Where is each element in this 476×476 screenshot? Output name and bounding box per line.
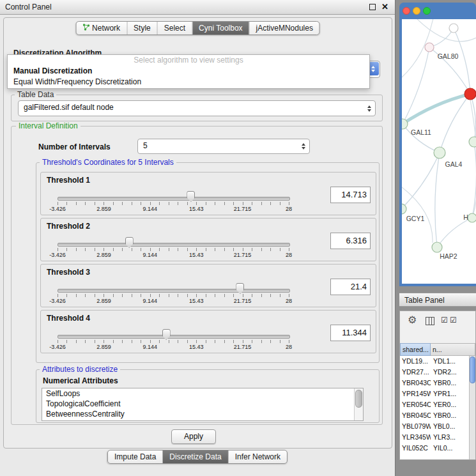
menu-item-manual-discretization[interactable]: Manual Discretization <box>8 66 369 77</box>
column-header-shared-name[interactable]: shared... <box>400 343 431 356</box>
tab-style[interactable]: Style <box>127 22 158 35</box>
table-row[interactable]: YBR045CYBR0... <box>400 410 470 421</box>
tab-label: Network <box>92 24 120 33</box>
network-node[interactable] <box>468 213 476 222</box>
network-node[interactable] <box>449 24 458 33</box>
threshold-label: Threshold 1 <box>47 176 90 185</box>
network-edge <box>413 19 476 42</box>
tick-label: 28 <box>286 298 292 304</box>
traffic-light-zoom-icon[interactable] <box>423 7 431 15</box>
tab-impute-data[interactable]: Impute Data <box>108 450 163 463</box>
tick-label: 21.715 <box>234 252 252 258</box>
numerical-attributes-list[interactable]: SelfLoopsTopologicalCoefficientBetweenne… <box>42 388 364 421</box>
network-node[interactable] <box>434 147 445 158</box>
table-row[interactable]: YBR043CYBR0... <box>400 378 470 388</box>
tab-cyni-toolbox[interactable]: Cyni Toolbox <box>192 22 249 35</box>
popup-hint: Select algorithm to view settings <box>8 55 369 66</box>
list-scrollbar[interactable] <box>354 388 363 420</box>
tick-label: -3.426 <box>49 252 66 258</box>
network-node-label: GCY1 <box>406 215 425 222</box>
scrollbar-thumb[interactable] <box>470 357 475 383</box>
table-row[interactable]: YER054CYER0... <box>400 399 470 410</box>
cyni-toolbox-panel: Network Style Select Cyni Toolbox jActiv… <box>3 17 392 449</box>
network-view-window: GAL80GAL11GAL4GCY1HAP2H <box>399 3 476 286</box>
table-row[interactable]: YLR345WYLR3... <box>400 432 470 443</box>
table-row[interactable]: YPR145WYPR1... <box>400 388 470 399</box>
tick-label: 15.43 <box>189 298 204 304</box>
threshold-panel-3: Threshold 321.4-3.4262.8599.14415.4321.7… <box>40 264 376 307</box>
table-body: YDL19...YDL1...YDR27...YDR2...YBR043CYBR… <box>400 356 470 460</box>
tick-label: 2.859 <box>96 206 111 212</box>
gear-icon[interactable]: ⚙ <box>408 314 417 326</box>
scrollbar-thumb[interactable] <box>355 390 362 408</box>
network-edge[interactable] <box>403 94 470 124</box>
cell-name: YBR0... <box>431 410 470 421</box>
network-node[interactable] <box>425 43 434 52</box>
network-edge[interactable] <box>454 28 470 94</box>
tab-select[interactable]: Select <box>158 22 192 35</box>
threshold-value-field[interactable]: 11.344 <box>330 325 371 341</box>
network-edge[interactable] <box>435 153 440 247</box>
network-node[interactable] <box>432 242 442 252</box>
control-panel-titlebar: Control Panel ✕ <box>0 0 395 15</box>
table-data-value: galFiltered.sif default node <box>19 101 375 114</box>
tick-label: -3.426 <box>49 206 66 212</box>
network-canvas[interactable]: GAL80GAL11GAL4GCY1HAP2H <box>402 19 476 284</box>
tab-label: Style <box>134 24 151 33</box>
traffic-light-close-icon[interactable] <box>403 7 410 15</box>
slider-track[interactable] <box>58 197 290 201</box>
threshold-value-field[interactable]: 14.713 <box>330 187 371 203</box>
checkbox-icon[interactable]: ☑ <box>450 316 457 325</box>
network-node[interactable] <box>402 204 406 214</box>
network-node[interactable] <box>469 137 476 147</box>
table-row[interactable]: YDL19...YDL1... <box>400 356 470 367</box>
tab-jactivemnodules[interactable]: jActiveMNodules <box>250 22 319 35</box>
network-node-label: H <box>463 213 468 221</box>
tab-discretize-data[interactable]: Discretize Data <box>163 450 228 463</box>
network-edge[interactable] <box>402 153 440 209</box>
columns-icon[interactable] <box>426 317 434 325</box>
threshold-panel-1: Threshold 114.713-3.4262.8599.14415.4321… <box>40 172 376 215</box>
tick-label: 15.43 <box>189 252 204 258</box>
slider-track[interactable] <box>58 243 290 247</box>
table-scrollbar[interactable] <box>469 356 475 459</box>
table-row[interactable]: YDR27...YDR2... <box>400 367 470 378</box>
network-edge[interactable] <box>437 218 472 247</box>
tick-label: 15.43 <box>189 344 204 350</box>
slider-tick-marks <box>58 248 289 251</box>
network-edge[interactable] <box>403 47 429 124</box>
close-icon[interactable]: ✕ <box>381 1 388 13</box>
tab-network[interactable]: Network <box>76 22 127 35</box>
table-row[interactable]: YBL079WYBL0... <box>400 421 470 432</box>
table-data-combobox[interactable]: galFiltered.sif default node <box>18 100 376 116</box>
threshold-value-field[interactable]: 6.316 <box>330 233 371 249</box>
table-panel-header: Table Panel <box>399 293 476 307</box>
tick-label: 28 <box>286 252 292 258</box>
slider-track[interactable] <box>58 289 290 293</box>
number-of-intervals-combobox[interactable]: 5 <box>137 139 310 154</box>
table-row[interactable]: YIL052CYIL0... <box>400 443 470 454</box>
cell-name: YIL0... <box>431 443 470 454</box>
network-node-selected[interactable] <box>464 88 476 100</box>
cell-shared-name: YDR27... <box>400 367 431 378</box>
column-header-name[interactable]: n... <box>431 343 475 356</box>
slider-track[interactable] <box>58 335 290 339</box>
cell-shared-name: YBL079W <box>400 421 431 432</box>
interval-definition-group: Number of Intervals 5 Threshold 114.713-… <box>11 126 383 425</box>
node-table-panel: ⚙ ☑ ☑ shared... n... YDL19...YDL1...YDR2… <box>399 311 476 460</box>
network-node-label: GAL4 <box>445 160 463 168</box>
cell-shared-name: YBR045C <box>400 410 431 421</box>
list-item[interactable]: BetweennessCentrality <box>42 409 363 419</box>
list-item[interactable]: SelfLoops <box>42 388 363 399</box>
checkbox-icon[interactable]: ☑ <box>441 316 448 325</box>
threshold-value-field[interactable]: 21.4 <box>330 279 371 295</box>
traffic-light-minimize-icon[interactable] <box>413 7 420 15</box>
list-item[interactable]: TopologicalCoefficient <box>42 399 363 409</box>
network-node-label: HAP2 <box>440 252 457 260</box>
float-window-icon[interactable] <box>369 4 376 10</box>
menu-item-equal-width-frequency[interactable]: Equal Width/Frequency Discretization <box>8 77 369 88</box>
apply-button[interactable]: Apply <box>171 429 216 444</box>
cell-shared-name: YIL052C <box>400 443 431 454</box>
tick-label: 28 <box>286 206 292 212</box>
tab-infer-network[interactable]: Infer Network <box>229 450 287 463</box>
